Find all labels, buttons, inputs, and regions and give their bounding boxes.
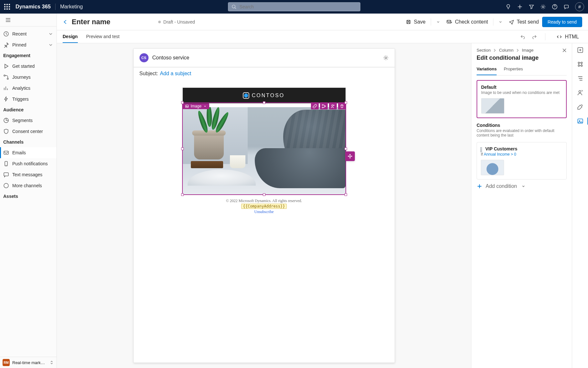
chevron-right-icon — [516, 49, 519, 52]
svg-rect-6 — [4, 8, 5, 10]
nav-pinned[interactable]: Pinned — [0, 39, 57, 50]
svg-point-9 — [232, 5, 235, 8]
selection-label[interactable]: Image — [182, 103, 209, 109]
crumb-column[interactable]: Column — [499, 48, 513, 53]
nav-get-started[interactable]: Get started — [0, 61, 57, 72]
nav-collapse-button[interactable] — [0, 14, 57, 26]
conditions-title: Conditions — [477, 123, 567, 128]
nav-recent-label: Recent — [12, 31, 26, 36]
back-button[interactable] — [63, 19, 68, 25]
condition-card-vip[interactable]: VIP Customers If Annual Income > 0 — [477, 142, 567, 179]
nav-section-assets-label: Assets — [3, 194, 50, 199]
email-footer: © 2022 Microsoft Dynamics. All rights re… — [182, 199, 346, 214]
nav-item-label: Text messages — [12, 172, 42, 177]
rail-add-icon[interactable] — [577, 46, 584, 54]
company-address-token[interactable]: {{CompanyAddress}} — [241, 204, 286, 209]
condition-rule-link[interactable]: Annual Income > 0 — [484, 152, 516, 157]
module-title[interactable]: Marketing — [60, 4, 83, 10]
nav-text[interactable]: Text messages — [0, 169, 57, 180]
tool-personalize-icon[interactable] — [329, 103, 337, 109]
brand-title[interactable]: Dynamics 365 — [15, 4, 51, 10]
rail-personalize-icon[interactable] — [577, 89, 584, 96]
selected-image-block[interactable]: CONTOSO — [182, 87, 346, 195]
nav-push[interactable]: Push notifications — [0, 158, 57, 169]
area-switcher[interactable]: RM Real-time marketi… — [0, 357, 57, 368]
undo-icon[interactable] — [520, 34, 526, 40]
html-toggle[interactable]: HTML — [553, 32, 582, 42]
editor-tabs: Design Preview and test HTML — [57, 30, 588, 43]
save-menu[interactable] — [433, 18, 443, 26]
user-avatar[interactable]: # — [575, 2, 584, 11]
panel-tab-variations[interactable]: Variations — [477, 63, 497, 75]
svg-rect-24 — [407, 20, 410, 24]
more-icon — [3, 183, 9, 189]
sender-name[interactable]: Contoso service — [152, 55, 190, 61]
nav-item-label: Journeys — [12, 75, 31, 80]
global-search[interactable] — [228, 2, 360, 11]
nav-section-engagement-label: Engagement — [3, 53, 50, 58]
nav-section-engagement[interactable]: Engagement — [0, 50, 57, 61]
unsubscribe-link[interactable]: Unsubscribe — [254, 210, 274, 214]
save-button[interactable]: Save — [403, 17, 428, 27]
hero-image[interactable] — [183, 107, 346, 194]
help-icon[interactable] — [552, 4, 558, 10]
record-title[interactable]: Enter name — [72, 18, 110, 26]
default-thumbnail[interactable] — [481, 98, 504, 114]
test-send-label: Test send — [517, 19, 539, 25]
default-variation-card[interactable]: Default Image to be used when no conditi… — [477, 80, 567, 118]
header-gear-icon[interactable] — [383, 55, 389, 61]
nav-analytics[interactable]: Analytics — [0, 83, 57, 94]
chat-icon[interactable] — [563, 4, 569, 10]
area-switcher-label: Real-time marketi… — [12, 360, 47, 365]
left-nav: Recent Pinned Engagement Get started Jou… — [0, 14, 57, 368]
nav-more-channels[interactable]: More channels — [0, 180, 57, 191]
check-content-button[interactable]: Check content — [443, 17, 491, 27]
tab-preview[interactable]: Preview and test — [86, 31, 120, 43]
tool-link-icon[interactable] — [311, 103, 319, 109]
svg-rect-7 — [6, 8, 8, 10]
nav-journeys[interactable]: Journeys — [0, 72, 57, 83]
drag-handle-icon[interactable] — [480, 148, 482, 152]
app-launcher-icon[interactable] — [4, 4, 10, 10]
test-send-button[interactable]: Test send — [506, 17, 542, 27]
tool-delete-icon[interactable] — [338, 103, 346, 109]
tab-design[interactable]: Design — [63, 31, 78, 43]
gear-icon[interactable] — [540, 4, 546, 10]
bolt-icon — [3, 96, 9, 102]
floating-move-icon[interactable] — [345, 151, 355, 161]
rail-layout-icon[interactable] — [577, 61, 584, 68]
work-area: Enter name Draft - Unsaved Save Check co… — [57, 14, 588, 368]
rail-theme-icon[interactable] — [577, 103, 584, 110]
vip-thumbnail[interactable] — [481, 160, 504, 175]
nav-recent[interactable]: Recent — [0, 28, 57, 39]
crumb-section[interactable]: Section — [477, 48, 490, 53]
rail-image-icon[interactable] — [577, 118, 584, 125]
nav-segments[interactable]: Segments — [0, 115, 57, 126]
nav-item-label: Emails — [12, 150, 26, 155]
filter-icon[interactable] — [529, 4, 534, 10]
nav-emails[interactable]: Emails — [0, 147, 57, 158]
add-condition-button[interactable]: Add condition — [477, 183, 567, 189]
nav-pinned-label: Pinned — [12, 42, 26, 47]
nav-triggers[interactable]: Triggers — [0, 94, 57, 105]
add-icon[interactable] — [517, 4, 523, 10]
subject-add-link[interactable]: Add a subject — [160, 71, 191, 77]
global-search-input[interactable] — [239, 4, 357, 10]
command-bar: Enter name Draft - Unsaved Save Check co… — [57, 14, 588, 30]
crumb-image[interactable]: Image — [522, 48, 533, 53]
analytics-icon — [3, 85, 9, 91]
redo-icon[interactable] — [531, 34, 537, 40]
ready-to-send-button[interactable]: Ready to send — [542, 17, 582, 27]
panel-tab-properties[interactable]: Properties — [504, 63, 523, 75]
nav-item-label: Consent center — [12, 129, 43, 134]
nav-section-channels[interactable]: Channels — [0, 137, 57, 147]
panel-close-icon[interactable] — [562, 48, 567, 53]
check-content-menu[interactable] — [495, 18, 506, 26]
rail-outline-icon[interactable] — [577, 75, 584, 82]
nav-consent-center[interactable]: Consent center — [0, 126, 57, 137]
lightbulb-icon[interactable] — [505, 4, 511, 10]
nav-section-assets[interactable]: Assets — [0, 191, 57, 201]
right-tool-rail — [572, 43, 588, 368]
nav-section-audience[interactable]: Audience — [0, 105, 57, 115]
tool-branch-icon[interactable] — [320, 103, 328, 109]
